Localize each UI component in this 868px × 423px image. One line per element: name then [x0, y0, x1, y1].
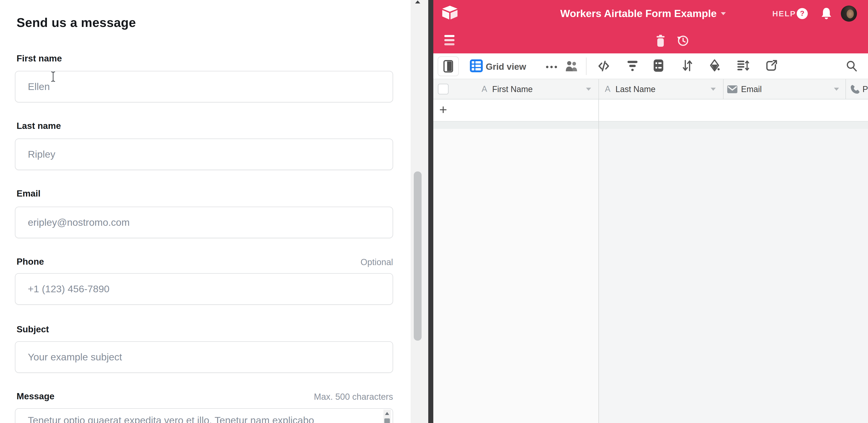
page-scrollbar-track[interactable]: [411, 0, 428, 423]
window-divider: [428, 0, 433, 423]
message-max-hint: Max. 500 characters: [15, 392, 393, 402]
view-name[interactable]: Grid view: [486, 62, 526, 72]
hide-fields-icon[interactable]: [597, 60, 610, 72]
text-field-icon: A: [482, 84, 487, 94]
grid-empty-left: [433, 129, 598, 423]
share-view-icon[interactable]: [766, 59, 777, 72]
help-circle-icon[interactable]: ?: [797, 8, 808, 19]
message-textarea-wrap: [15, 408, 393, 423]
column-divider[interactable]: [845, 79, 846, 99]
airtable-tab-bar: Form Submissions SHARE AUTOMATIONS: [433, 27, 868, 53]
history-icon[interactable]: [677, 34, 689, 47]
avatar[interactable]: [841, 5, 857, 22]
chevron-down-icon[interactable]: [711, 88, 716, 91]
add-record-plus-icon[interactable]: +: [439, 103, 447, 117]
chevron-down-icon: [721, 12, 726, 15]
trash-icon[interactable]: [656, 35, 665, 47]
chevron-down-icon[interactable]: [834, 88, 839, 91]
sidebar-toggle-icon: [443, 60, 453, 72]
text-field-icon: A: [605, 84, 611, 94]
subject-label: Subject: [17, 324, 49, 334]
add-record-row[interactable]: +: [433, 99, 868, 122]
ellipsis-icon[interactable]: [545, 65, 558, 68]
last-name-input[interactable]: [15, 139, 393, 170]
select-all-checkbox[interactable]: [438, 84, 448, 94]
help-button[interactable]: HELP: [772, 9, 796, 18]
email-field[interactable]: [15, 207, 393, 238]
frozen-column-divider: [598, 99, 599, 423]
base-title-wrap[interactable]: Workers Airtable Form Example: [560, 0, 726, 27]
bell-icon[interactable]: [821, 7, 832, 19]
message-textarea[interactable]: [15, 408, 393, 423]
phone-field[interactable]: [15, 273, 393, 305]
group-icon[interactable]: [653, 59, 664, 72]
base-title: Workers Airtable Form Example: [560, 8, 717, 20]
column-header-email[interactable]: Email: [741, 85, 762, 94]
subject-input[interactable]: [15, 341, 393, 373]
column-header-first-name[interactable]: First Name: [492, 85, 533, 94]
last-name-label: Last name: [17, 121, 61, 131]
row-height-icon[interactable]: [737, 59, 749, 72]
page-scrollbar-thumb[interactable]: [414, 172, 422, 341]
textarea-scrollbar-thumb[interactable]: [384, 418, 390, 423]
column-header-phone[interactable]: P: [863, 85, 868, 94]
column-header-last-name[interactable]: Last Name: [616, 85, 655, 94]
airtable-logo-icon[interactable]: [442, 5, 458, 20]
scroll-up-arrow-icon[interactable]: [385, 412, 389, 415]
menu-icon[interactable]: [444, 35, 455, 48]
airtable-top-bar: Workers Airtable Form Example HELP ?: [433, 0, 868, 27]
column-divider[interactable]: [723, 79, 723, 99]
email-field-icon: [727, 85, 737, 93]
toolbar-divider: [586, 58, 587, 75]
search-icon[interactable]: [846, 60, 858, 72]
first-name-input[interactable]: [15, 71, 393, 102]
scroll-up-arrow-icon[interactable]: [415, 0, 420, 3]
color-icon[interactable]: [709, 59, 721, 72]
page-title: Send us a message: [17, 15, 136, 30]
email-label: Email: [17, 188, 40, 199]
ibeam-cursor-icon: [49, 71, 57, 82]
view-toolbar: Grid view: [433, 53, 868, 79]
grid-empty-band: [433, 122, 868, 129]
sort-icon[interactable]: [682, 59, 693, 72]
contact-form-panel: Send us a message First name Last name E…: [0, 0, 411, 423]
airtable-window: Workers Airtable Form Example HELP ? For…: [433, 0, 868, 423]
grid-header-row: A First Name A Last Name Email P: [433, 79, 868, 99]
collaborators-icon[interactable]: [565, 60, 578, 72]
phone-field-icon: [850, 84, 860, 94]
chevron-down-icon[interactable]: [586, 88, 591, 91]
filter-icon[interactable]: [627, 60, 638, 72]
phone-optional-hint: Optional: [15, 257, 393, 267]
grid-view-icon: [470, 59, 483, 72]
sidebar-toggle-button[interactable]: [438, 56, 459, 76]
column-divider[interactable]: [598, 79, 599, 99]
first-name-label: First name: [17, 53, 62, 63]
question-mark: ?: [800, 9, 805, 18]
